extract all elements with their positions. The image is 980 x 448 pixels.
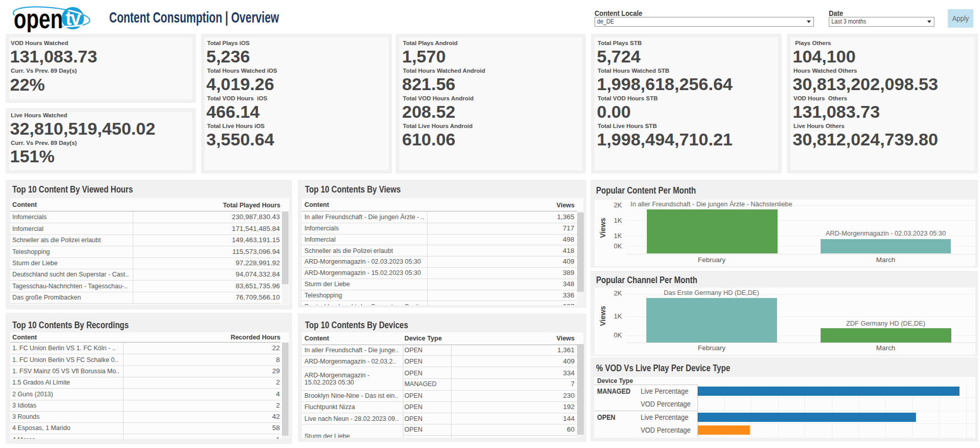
svg-text:open: open (14, 4, 63, 32)
svg-text:tv: tv (66, 8, 81, 29)
